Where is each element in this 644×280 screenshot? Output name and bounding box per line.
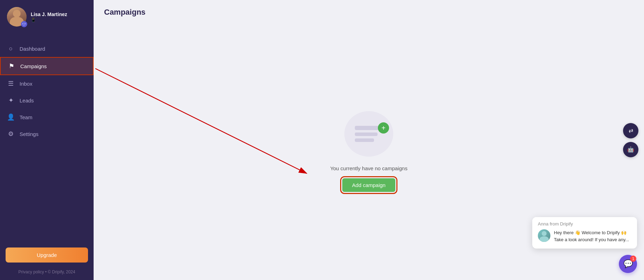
doc-line-2 — [355, 132, 378, 136]
main-header: Campaigns — [94, 0, 644, 23]
team-icon: 👤 — [7, 113, 15, 121]
empty-state-text: You currently have no campaigns — [330, 165, 407, 171]
leads-icon: ✦ — [7, 96, 15, 104]
profile-info: Lisa J. Martinez 📱 — [31, 11, 87, 22]
chat-sender: Anna from Dripify — [532, 217, 637, 229]
chat-avatar — [538, 229, 550, 242]
shield-badge-icon: 🛡 — [21, 21, 27, 27]
chat-body: Hey there 👋 Welcome to Dripify 🙌 Take a … — [532, 229, 637, 249]
sidebar-item-label-team: Team — [20, 114, 32, 120]
bot-button[interactable]: 🤖 — [623, 142, 638, 157]
illustration-inner: + — [355, 126, 383, 142]
plus-badge-icon: + — [378, 122, 389, 134]
settings-icon: ⚙ — [7, 130, 15, 138]
sidebar: 🛡 Lisa J. Martinez 📱 ○ Dashboard ⚑ Campa… — [0, 0, 94, 280]
add-campaign-button[interactable]: Add campaign — [342, 178, 395, 192]
profile-status-icon: 📱 — [31, 17, 87, 22]
svg-line-1 — [95, 69, 307, 173]
chat-notification-badge: 1 — [630, 256, 636, 262]
translate-icon: ⇄ — [629, 127, 633, 134]
sidebar-nav: ○ Dashboard ⚑ Campaigns ☰ Inbox ✦ Leads … — [0, 37, 94, 247]
empty-illustration: + — [344, 111, 393, 157]
campaigns-icon: ⚑ — [8, 62, 15, 70]
chat-message-line2: Take a look around! If you have any... — [554, 237, 629, 242]
dashboard-icon: ○ — [7, 45, 15, 52]
sidebar-item-inbox[interactable]: ☰ Inbox — [0, 75, 94, 92]
sidebar-item-campaigns[interactable]: ⚑ Campaigns — [0, 57, 94, 75]
profile-name: Lisa J. Martinez — [31, 11, 87, 17]
sidebar-footer: Privacy policy • © Dripify, 2024 — [0, 270, 94, 280]
sidebar-item-label-campaigns: Campaigns — [20, 63, 47, 69]
sidebar-item-label-settings: Settings — [20, 131, 38, 137]
chat-widget: Anna from Dripify Hey there 👋 Welcome to… — [532, 217, 637, 249]
page-title: Campaigns — [104, 8, 634, 17]
upgrade-button[interactable]: Upgrade — [6, 247, 88, 263]
doc-line-3 — [355, 138, 374, 142]
floating-buttons: ⇄ 🤖 — [623, 123, 638, 157]
sidebar-item-label-inbox: Inbox — [20, 81, 32, 87]
sidebar-item-dashboard[interactable]: ○ Dashboard — [0, 41, 94, 57]
sidebar-item-settings[interactable]: ⚙ Settings — [0, 125, 94, 142]
chat-message-line1: Hey there 👋 Welcome to Dripify 🙌 — [554, 230, 627, 235]
avatar-wrapper: 🛡 — [7, 7, 27, 27]
sidebar-item-label-leads: Leads — [20, 98, 34, 103]
sidebar-item-label-dashboard: Dashboard — [20, 46, 45, 52]
sidebar-item-leads[interactable]: ✦ Leads — [0, 92, 94, 109]
translate-button[interactable]: ⇄ — [623, 123, 638, 138]
chat-message: Hey there 👋 Welcome to Dripify 🙌 Take a … — [554, 229, 629, 243]
sidebar-item-team[interactable]: 👤 Team — [0, 109, 94, 125]
bot-icon: 🤖 — [627, 146, 634, 153]
inbox-icon: ☰ — [7, 80, 15, 87]
chat-launch-button[interactable]: 💬 1 — [619, 255, 637, 273]
user-profile: 🛡 Lisa J. Martinez 📱 — [0, 0, 94, 37]
